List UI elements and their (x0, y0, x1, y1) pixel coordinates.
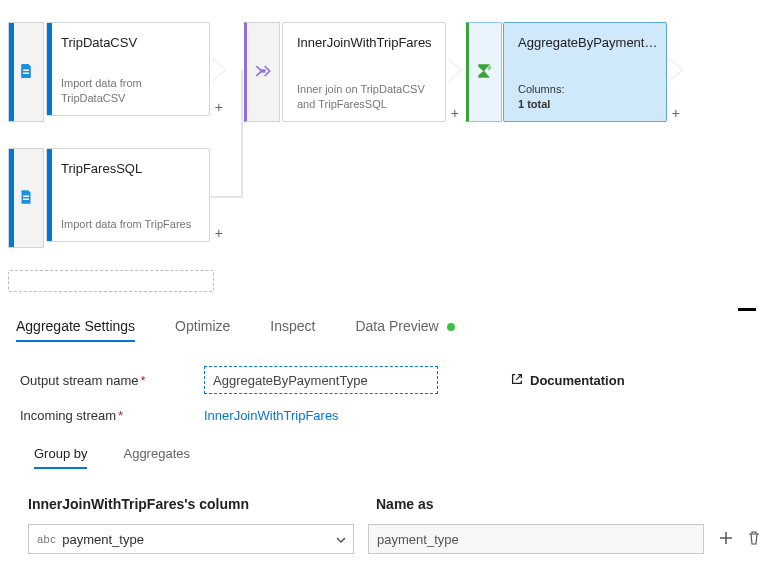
add-branch-button[interactable]: + (215, 225, 223, 241)
tab-optimize[interactable]: Optimize (175, 318, 230, 342)
connector-line (241, 70, 243, 198)
svg-rect-4 (261, 69, 266, 72)
output-stream-row: Output stream name* Documentation (20, 366, 625, 394)
node-aggregate[interactable]: AggregateByPaymentTy... Columns: 1 total… (503, 22, 667, 122)
aggregate-icon (475, 61, 495, 84)
node-desc: Inner join on TripDataCSV and TripFaresS… (297, 82, 437, 111)
node-title: TripDataCSV (61, 35, 201, 50)
header-name-as: Name as (376, 496, 434, 512)
aggregate-subtabs: Group by Aggregates (34, 446, 190, 469)
node-title: AggregateByPaymentTy... (518, 35, 658, 50)
dropdown-value: payment_type (62, 532, 144, 547)
incoming-stream-label: Incoming stream* (20, 408, 192, 423)
tab-aggregate-settings[interactable]: Aggregate Settings (16, 318, 135, 342)
columns-label: Columns: (518, 83, 564, 95)
groupby-column-dropdown[interactable]: abc payment_type (28, 524, 354, 554)
svg-rect-3 (23, 198, 29, 200)
node-desc: Import data from TripFares (61, 217, 201, 231)
documentation-link[interactable]: Documentation (510, 372, 625, 389)
node-tripfaressql[interactable]: TripFaresSQL Import data from TripFares … (46, 148, 210, 242)
add-row-button[interactable] (718, 530, 734, 549)
join-icon (253, 61, 273, 84)
node-desc: Columns: 1 total (518, 82, 658, 111)
tab-data-preview[interactable]: Data Preview (355, 318, 454, 342)
tab-label: Data Preview (355, 318, 438, 334)
required-marker: * (141, 373, 146, 388)
datatype-string-icon: abc (37, 533, 56, 545)
row-actions (718, 530, 762, 549)
add-branch-button[interactable]: + (672, 105, 680, 121)
subtab-aggregates[interactable]: Aggregates (123, 446, 190, 469)
columns-value: 1 total (518, 98, 550, 110)
flow-arrow (448, 58, 462, 82)
source-icon-block-tripdata (8, 22, 44, 122)
tab-inspect[interactable]: Inspect (270, 318, 315, 342)
delete-row-button[interactable] (746, 530, 762, 549)
source-icon-block-tripfares (8, 148, 44, 248)
node-title: InnerJoinWithTripFares (297, 35, 437, 50)
node-title: TripFaresSQL (61, 161, 201, 176)
svg-rect-0 (23, 69, 29, 71)
transform-icon-block-join (244, 22, 280, 122)
chevron-down-icon (335, 534, 347, 549)
svg-rect-2 (23, 195, 29, 197)
header-source-column: InnerJoinWithTripFares's column (28, 496, 376, 512)
add-branch-button[interactable]: + (215, 99, 223, 115)
subtab-group-by[interactable]: Group by (34, 446, 87, 469)
minimize-settings-button[interactable] (738, 308, 756, 311)
transform-icon-block-aggregate (466, 22, 502, 122)
groupby-column-headers: InnerJoinWithTripFares's column Name as (28, 496, 762, 512)
external-link-icon (510, 372, 524, 389)
output-stream-name-input[interactable] (204, 366, 438, 394)
node-tripdatacsv[interactable]: TripDataCSV Import data from TripDataCSV… (46, 22, 210, 116)
datasource-icon (17, 62, 35, 83)
dataflow-canvas[interactable]: TripDataCSV Import data from TripDataCSV… (0, 0, 782, 260)
svg-rect-1 (23, 72, 29, 74)
groupby-row: abc payment_type (28, 524, 762, 554)
output-stream-label: Output stream name* (20, 373, 192, 388)
incoming-stream-link[interactable]: InnerJoinWithTripFares (204, 408, 339, 423)
add-source-placeholder[interactable] (8, 270, 214, 292)
status-indicator-icon (447, 323, 455, 331)
flow-arrow (212, 58, 226, 82)
incoming-stream-row: Incoming stream* InnerJoinWithTripFares (20, 408, 339, 423)
settings-tabs: Aggregate Settings Optimize Inspect Data… (16, 318, 766, 342)
node-desc: Import data from TripDataCSV (61, 76, 201, 105)
flow-arrow (669, 58, 683, 82)
add-branch-button[interactable]: + (451, 105, 459, 121)
name-as-input[interactable] (368, 524, 704, 554)
connector-line (211, 196, 241, 198)
required-marker: * (118, 408, 123, 423)
datasource-icon (17, 188, 35, 209)
node-innerjoin[interactable]: InnerJoinWithTripFares Inner join on Tri… (282, 22, 446, 122)
